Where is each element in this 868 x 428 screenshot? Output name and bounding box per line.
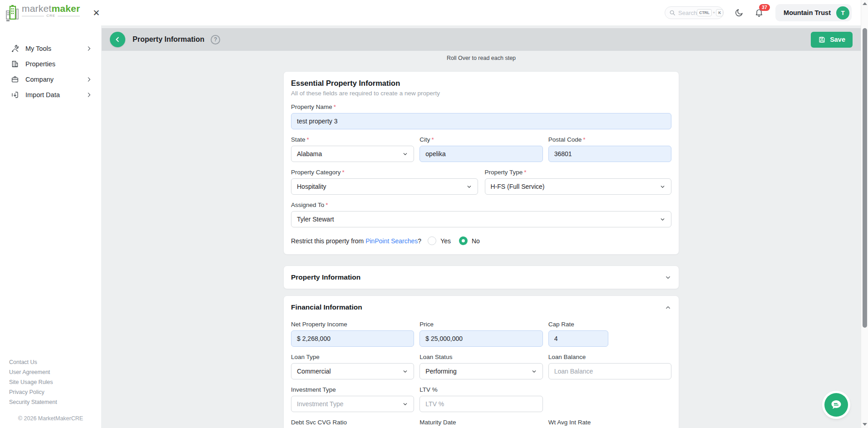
copyright-text: © 2026 MarketMakerCRE [9, 415, 92, 422]
page-scrollbar[interactable] [861, 0, 868, 428]
property-category-select[interactable]: Hospitality [291, 178, 478, 195]
postal-code-input[interactable] [548, 146, 671, 162]
scrollbar-down-arrow[interactable] [863, 423, 867, 426]
ltv-input[interactable] [419, 396, 542, 412]
state-label: State* [291, 136, 414, 143]
ltv-label: LTV % [419, 386, 542, 393]
search-icon [669, 10, 676, 16]
section-title: Property Information [291, 273, 360, 281]
restrict-no-radio[interactable] [459, 236, 468, 245]
footer-link-contact-us[interactable]: Contact Us [9, 359, 101, 365]
loan-balance-input[interactable] [548, 363, 671, 379]
city-label: City* [419, 136, 542, 143]
state-select-value: Alabama [297, 150, 402, 157]
loan-type-select[interactable]: Commercial [291, 363, 414, 379]
chat-bubble-icon [830, 398, 843, 411]
property-type-value: H-FS (Full Service) [491, 183, 660, 190]
chevron-down-icon [531, 369, 537, 374]
cap-rate-label: Cap Rate [548, 321, 671, 328]
page-header-bar: Property Information ? Save [102, 28, 861, 51]
property-name-label: Property Name* [291, 103, 671, 110]
chevron-down-icon [402, 369, 408, 374]
net-property-income-label: Net Property Income [291, 321, 414, 328]
logo-cre-label: CRE [46, 14, 55, 18]
scrollbar-up-arrow[interactable] [863, 2, 867, 5]
debt-svc-cvg-ratio-label: Debt Svc CVG Ratio [291, 419, 414, 426]
property-type-label: Property Type* [485, 169, 672, 176]
save-button[interactable]: Save [811, 32, 853, 48]
search-placeholder: Search [678, 10, 697, 16]
maturity-date-label: Maturity Date [419, 419, 542, 426]
sidebar: My Tools Properties Company Import Da [0, 25, 102, 428]
help-icon[interactable]: ? [211, 35, 220, 44]
property-type-select[interactable]: H-FS (Full Service) [485, 178, 672, 195]
kbd-ctrl: CTRL [697, 9, 712, 17]
footer-link-privacy-policy[interactable]: Privacy Policy [9, 389, 101, 395]
loan-type-value: Commercial [297, 368, 402, 375]
notification-count-badge: 37 [759, 4, 770, 11]
briefcase-icon [11, 75, 19, 84]
stepper-hint: Roll Over to read each step [102, 55, 861, 61]
main-content: Property Information ? Save Roll Over to… [102, 25, 861, 428]
investment-type-placeholder: Investment Type [297, 400, 402, 408]
save-icon [818, 36, 826, 44]
assigned-to-value: Tyler Stewart [297, 216, 660, 223]
price-label: Price [419, 321, 542, 328]
account-menu[interactable]: Mountain Trust T [775, 4, 852, 21]
sidebar-item-properties[interactable]: Properties [0, 56, 101, 72]
chevron-up-icon [665, 304, 671, 311]
top-bar: marketmaker CRE ✕ Search CTRL + K 37 Mou… [0, 0, 861, 25]
assigned-to-label: Assigned To* [291, 202, 671, 208]
city-input[interactable] [419, 146, 542, 162]
loan-status-select[interactable]: Performing [419, 363, 542, 379]
cap-rate-input[interactable] [548, 330, 608, 347]
price-input[interactable] [419, 330, 542, 347]
investment-type-select[interactable]: Investment Type [291, 396, 414, 412]
chevron-down-icon [402, 151, 408, 157]
marketmaker-logo[interactable]: marketmaker CRE [5, 4, 80, 22]
loan-status-value: Performing [425, 368, 531, 375]
net-property-income-input[interactable] [291, 330, 414, 347]
restrict-yes-label: Yes [440, 237, 451, 245]
essential-property-card: Essential Property Information All of th… [283, 71, 679, 255]
loan-status-label: Loan Status [419, 354, 542, 360]
logo-wordmark: marketmaker [22, 4, 80, 13]
search-input[interactable]: Search CTRL + K [665, 6, 724, 19]
chat-button[interactable] [824, 393, 848, 417]
footer-link-site-usage-rules[interactable]: Site Usage Rules [9, 379, 101, 385]
sidebar-item-label: Company [25, 76, 86, 83]
financial-section-header[interactable]: Financial Information [291, 303, 671, 311]
avatar: T [836, 6, 849, 20]
dark-mode-moon-icon[interactable] [735, 8, 744, 17]
chevron-down-icon [466, 184, 472, 190]
sidebar-item-my-tools[interactable]: My Tools [0, 41, 101, 56]
restrict-no-label: No [472, 237, 480, 245]
sidebar-item-company[interactable]: Company [0, 72, 101, 87]
footer-link-security-statement[interactable]: Security Statement [9, 399, 101, 405]
chevron-down-icon [660, 184, 666, 190]
financial-information-section: Financial Information Net Property Incom… [283, 295, 679, 428]
notifications-bell-icon[interactable]: 37 [755, 8, 764, 17]
chevron-right-icon [86, 76, 92, 83]
close-icon[interactable]: ✕ [93, 9, 100, 17]
footer-link-user-agreement[interactable]: User Agreement [9, 369, 101, 375]
import-icon [11, 91, 19, 99]
page-title: Property Information [133, 35, 204, 44]
state-select[interactable]: Alabama [291, 146, 414, 162]
pinpoint-searches-link[interactable]: PinPoint Searches [365, 237, 418, 245]
chevron-down-icon [660, 216, 666, 222]
sidebar-item-label: Properties [25, 60, 92, 68]
restrict-yes-radio[interactable] [428, 236, 436, 245]
sidebar-item-import-data[interactable]: Import Data [0, 87, 101, 103]
property-information-section[interactable]: Property Information [283, 266, 679, 289]
property-category-label: Property Category* [291, 169, 478, 176]
scrollbar-thumb[interactable] [863, 28, 867, 328]
assigned-to-select[interactable]: Tyler Stewart [291, 211, 671, 227]
chevron-down-icon [665, 274, 671, 281]
account-name: Mountain Trust [784, 9, 831, 16]
sidebar-item-label: Import Data [25, 91, 86, 98]
back-button[interactable] [110, 32, 125, 47]
chevron-right-icon [86, 45, 92, 52]
property-name-input[interactable] [291, 113, 671, 129]
section-title: Financial Information [291, 303, 362, 311]
